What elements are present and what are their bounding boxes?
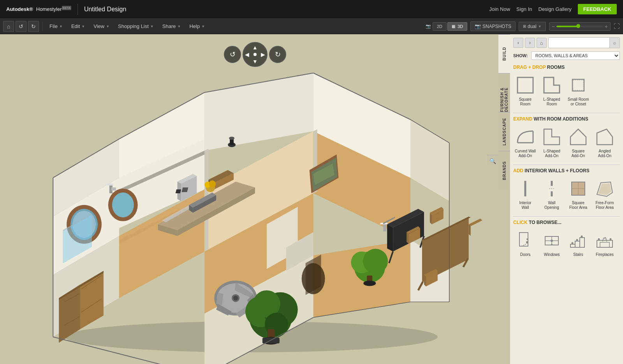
doors-item[interactable]: Doors [513, 228, 537, 259]
svg-point-155 [581, 236, 583, 238]
l-shaped-room-icon [541, 75, 562, 96]
panel-search-icon-btn[interactable]: 🔍 [487, 155, 498, 166]
side-tabs: BUILD FURNISH & DECORATE LANDSCAPE BRAND… [498, 34, 510, 190]
shopping-list-menu[interactable]: Shopping List ▼ [114, 22, 158, 31]
view-2d-button[interactable]: 2D [433, 22, 447, 31]
brands-tab[interactable]: BRANDS [498, 151, 510, 190]
dual-button[interactable]: ⊞ dual ▼ [519, 22, 546, 31]
view-menu-arrow: ▼ [106, 24, 109, 28]
fireplaces-item[interactable]: Fireplaces [593, 228, 617, 259]
build-tab[interactable]: BUILD [498, 34, 510, 73]
landscape-tab[interactable]: LANDSCAPE [498, 112, 510, 151]
view-3d-button[interactable]: ▦ 3D [447, 22, 467, 31]
svg-marker-94 [424, 275, 426, 287]
autodesk-brand: Autodesk® [6, 6, 33, 12]
l-shaped-addon-icon [541, 126, 562, 147]
canvas-area[interactable]: ↺ ▲ ◀ ▶ ▼ ↻ [0, 34, 510, 364]
rotate-right-button[interactable]: ↻ [269, 46, 286, 63]
snapshots-button[interactable]: 📷 SNAPSHOTS [470, 21, 516, 31]
divider-2 [513, 164, 620, 165]
pan-control[interactable]: ▲ ◀ ▶ ▼ [243, 42, 268, 67]
fullscreen-button[interactable]: ⛶ [614, 23, 620, 30]
feedback-button[interactable]: FEEDBACK [578, 4, 617, 14]
svg-point-34 [112, 192, 134, 217]
svg-point-47 [233, 296, 238, 300]
toolbar-divider-1 [42, 22, 42, 31]
svg-marker-91 [469, 219, 482, 226]
panel-forward-button[interactable]: › [525, 38, 535, 48]
svg-rect-151 [575, 241, 580, 247]
curved-wall-item[interactable]: Curved WallAdd-On [513, 125, 537, 160]
join-now-link[interactable]: Join Now [489, 6, 510, 12]
stairs-item[interactable]: Stairs [566, 228, 590, 259]
zoom-in-icon[interactable]: + [605, 23, 608, 30]
square-floor-item[interactable]: SquareFloor Area [566, 177, 590, 212]
svg-rect-124 [517, 77, 533, 93]
navigation-controls: ↺ ▲ ◀ ▶ ▼ ↻ [224, 42, 286, 67]
edit-menu-arrow: ▼ [81, 24, 85, 28]
browse-grid: Doors Windows [513, 228, 620, 259]
svg-marker-36 [106, 184, 114, 186]
svg-marker-132 [597, 129, 612, 145]
furnish-tab[interactable]: FURNISH & DECORATE [498, 73, 510, 112]
panel-search-button[interactable]: ⌕ [609, 38, 619, 48]
beta-badge: BETA [62, 6, 71, 10]
angled-addon-item[interactable]: AngledAdd-On [593, 125, 617, 160]
help-menu[interactable]: Help ▼ [185, 22, 209, 31]
zoom-out-icon[interactable]: − [552, 23, 555, 30]
rotate-left-button[interactable]: ↺ [224, 46, 241, 63]
windows-item[interactable]: Windows [540, 228, 564, 259]
small-room-item[interactable]: Small Roomor Closet [566, 73, 590, 108]
svg-point-108 [363, 281, 376, 286]
svg-rect-126 [572, 79, 584, 91]
interior-grid: InteriorWall WallOpening [513, 177, 620, 212]
view-menu[interactable]: View ▼ [90, 22, 113, 31]
undo-button[interactable]: ↺ [16, 21, 26, 32]
panel-back-button[interactable]: ‹ [513, 38, 523, 48]
zoom-slider-handle[interactable] [576, 24, 580, 28]
freeform-floor-icon [594, 178, 615, 199]
svg-point-148 [551, 240, 553, 242]
svg-rect-70 [383, 224, 386, 231]
svg-point-153 [572, 242, 574, 244]
edit-menu[interactable]: Edit ▼ [67, 22, 89, 31]
pan-left-button[interactable]: ◀ [245, 51, 249, 58]
svg-rect-152 [580, 238, 584, 247]
divider-3 [513, 216, 620, 217]
freeform-floor-item[interactable]: Free-FormFloor Area [593, 177, 617, 212]
panel-home-button[interactable]: ⌂ [537, 38, 547, 48]
interior-wall-item[interactable]: InteriorWall [513, 177, 537, 212]
pan-right-button[interactable]: ▶ [261, 51, 265, 58]
l-shaped-room-item[interactable]: L-ShapedRoom [540, 73, 564, 108]
pan-down-button[interactable]: ▼ [252, 58, 258, 65]
redo-button[interactable]: ↻ [28, 21, 39, 32]
sign-in-link[interactable]: Sign In [516, 6, 532, 12]
pan-up-button[interactable]: ▲ [252, 44, 258, 51]
l-shaped-addon-item[interactable]: L-ShapedAdd-On [540, 125, 564, 160]
svg-marker-76 [387, 224, 393, 252]
file-menu-arrow: ▼ [59, 24, 63, 28]
expand-header: EXPAND WITH ROOM ADDITIONS [513, 116, 620, 122]
help-menu-arrow: ▼ [201, 24, 205, 28]
svg-point-110 [302, 263, 325, 294]
doors-icon [515, 230, 536, 251]
panel-search-input[interactable] [549, 38, 609, 47]
panel-search-bar: ⌕ [548, 37, 620, 48]
rooms-grid: SquareRoom L-ShapedRoom [513, 73, 620, 108]
square-room-item[interactable]: SquareRoom [513, 73, 537, 108]
svg-point-158 [598, 238, 600, 240]
angled-addon-icon [594, 126, 615, 147]
pan-center-dot [253, 53, 257, 56]
svg-marker-86 [407, 232, 408, 244]
svg-marker-92 [469, 224, 471, 236]
homestyler-brand: HomestylerBETA [36, 6, 71, 12]
browse-header: CLICK TO BROWSE... [513, 220, 620, 225]
wall-opening-item[interactable]: WallOpening [540, 177, 564, 212]
show-dropdown[interactable]: ROOMS, WALLS & AREAS FLOORS ONLY WALLS O… [531, 51, 620, 60]
square-addon-item[interactable]: SquareAdd-On [566, 125, 590, 160]
home-button[interactable]: ⌂ [3, 21, 14, 32]
design-gallery-link[interactable]: Design Gallery [539, 6, 572, 12]
file-menu[interactable]: File ▼ [46, 22, 67, 31]
share-menu[interactable]: Share ▼ [158, 22, 185, 31]
svg-marker-130 [544, 129, 560, 145]
